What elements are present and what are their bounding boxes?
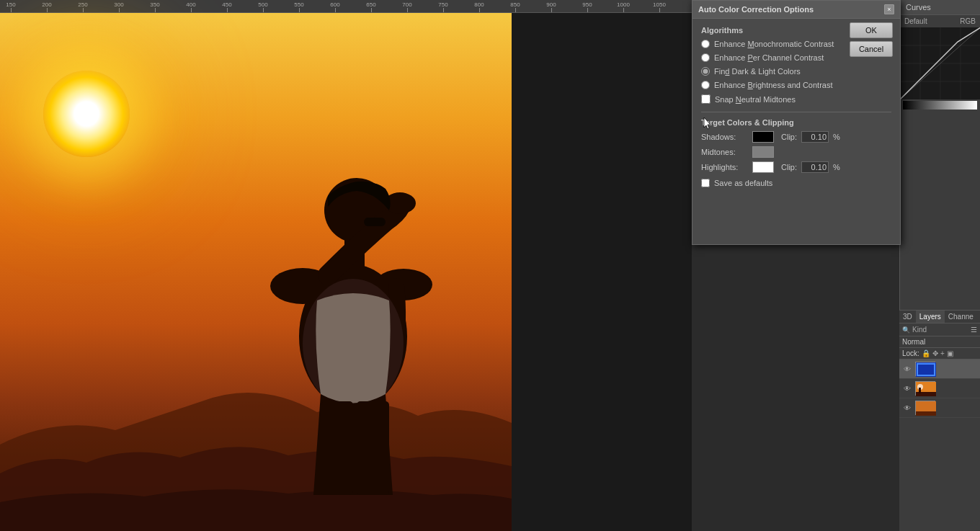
layer-thumbnail	[915, 381, 935, 396]
ruler-tick: 550	[299, 8, 300, 12]
ruler-tick: 650	[371, 8, 372, 12]
snap-label[interactable]: Snap Neutral Midtones	[715, 95, 796, 104]
eye-icon[interactable]: 👁	[902, 403, 912, 413]
lock-icon[interactable]: 🔒	[922, 349, 930, 357]
save-defaults-row: Save as defaults	[701, 179, 891, 187]
radio-brightness-label[interactable]: Enhance Brightness and Contrast	[714, 81, 833, 89]
move-icon[interactable]: ✥	[932, 349, 938, 357]
ruler-top: 1502002503003504004505005506006507007508…	[0, 0, 692, 13]
svg-rect-25	[916, 411, 936, 416]
radio-monochromatic-label[interactable]: Enhance Monochromatic Contrast	[714, 40, 834, 48]
highlights-row: Highlights: Clip: %	[701, 161, 891, 173]
layers-kind-label: Kind	[912, 326, 927, 334]
ruler-tick: 150	[11, 8, 12, 12]
layers-search-bar: 🔍 Kind ☰	[899, 323, 980, 336]
layer-item[interactable]: 👁	[899, 360, 980, 379]
layers-panel: 3D Layers Channe 🔍 Kind ☰ Normal Lock: 🔒…	[899, 310, 980, 531]
eye-icon[interactable]: 👁	[902, 383, 912, 393]
shadows-clip-input[interactable]	[801, 131, 829, 143]
add-icon[interactable]: +	[940, 349, 945, 357]
ruler-tick: 700	[407, 8, 408, 12]
ruler-tick: 400	[191, 8, 192, 12]
dialog-title: Auto Color Correction Options	[698, 5, 814, 14]
svg-rect-23	[919, 388, 921, 393]
ruler-tick: 850	[515, 8, 516, 12]
fill-icon[interactable]: ▣	[947, 349, 953, 357]
layer-thumbnail	[915, 401, 935, 415]
layer-item[interactable]: 👁	[899, 379, 980, 398]
shadows-label: Shadows:	[701, 133, 748, 141]
dialog-titlebar[interactable]: Auto Color Correction Options ×	[692, 1, 900, 19]
ruler-tick: 800	[479, 8, 480, 12]
target-colors-section: Target Colors & Clipping Shadows: Clip: …	[701, 112, 891, 173]
highlights-swatch[interactable]	[752, 161, 774, 173]
ruler-tick: 1050	[659, 8, 660, 12]
tab-layers[interactable]: Layers	[916, 311, 945, 323]
cancel-button[interactable]: Cancel	[850, 41, 893, 57]
radio-monochromatic[interactable]	[701, 40, 710, 48]
ruler-tick: 600	[335, 8, 336, 12]
svg-rect-9	[364, 218, 386, 226]
midtones-row: Midtones:	[701, 146, 891, 158]
search-icon: 🔍	[902, 326, 910, 334]
canvas-area: 1502002503003504004505005506006507007508…	[0, 0, 692, 531]
shadows-clip-label: Clip:	[781, 133, 797, 141]
layers-filter-icon[interactable]: ☰	[971, 326, 977, 334]
radio-row-findark: Find Dark & Light Colors	[701, 66, 891, 76]
target-colors-label: Target Colors & Clipping	[701, 118, 891, 127]
shadows-swatch[interactable]	[752, 131, 774, 143]
lock-row: Lock: 🔒 ✥ + ▣	[899, 348, 980, 360]
radio-perchannel-label[interactable]: Enhance Per Channel Contrast	[714, 53, 824, 62]
radio-findark[interactable]	[701, 67, 710, 76]
highlights-clip-input[interactable]	[801, 161, 829, 173]
save-defaults-checkbox[interactable]	[701, 179, 710, 187]
radio-brightness[interactable]	[701, 81, 710, 89]
radio-row-brightness: Enhance Brightness and Contrast	[701, 80, 891, 90]
ruler-tick: 200	[47, 8, 48, 12]
snap-checkbox[interactable]	[701, 94, 710, 104]
shadows-percent: %	[833, 133, 840, 141]
radio-perchannel[interactable]	[701, 53, 710, 62]
highlights-percent: %	[833, 163, 840, 171]
radio-findark-label[interactable]: Find Dark & Light Colors	[714, 67, 801, 76]
layer-item[interactable]: 👁	[899, 398, 980, 418]
ruler-tick: 1000	[623, 8, 624, 12]
save-defaults-label[interactable]: Save as defaults	[714, 179, 772, 187]
ruler-tick: 500	[263, 8, 264, 12]
curves-graph[interactable]	[900, 27, 980, 99]
layers-tabs: 3D Layers Channe	[899, 311, 980, 323]
tab-3d[interactable]: 3D	[899, 311, 916, 323]
ruler-tick: 950	[587, 8, 588, 12]
highlights-clip-label: Clip:	[781, 163, 797, 171]
blend-mode-row: Normal	[899, 336, 980, 348]
ruler-tick: 300	[119, 8, 120, 12]
svg-rect-7	[321, 401, 353, 495]
photo-background	[0, 13, 512, 531]
curves-panel-title: Curves	[900, 0, 980, 15]
tab-channels[interactable]: Channe	[945, 311, 977, 323]
layer-thumbnail	[915, 362, 935, 376]
person-silhouette	[216, 84, 490, 502]
auto-color-correction-dialog: Auto Color Correction Options × OK Cance…	[692, 0, 901, 245]
eye-icon[interactable]: 👁	[902, 364, 912, 374]
ruler-tick: 450	[227, 8, 228, 12]
curves-panel-labels: Default RGB	[900, 15, 980, 27]
gradient-bar	[903, 101, 977, 110]
highlights-label: Highlights:	[701, 163, 748, 171]
sun-glow	[43, 71, 130, 157]
ruler-tick: 350	[155, 8, 156, 12]
snap-row: Snap Neutral Midtones	[701, 94, 891, 104]
midtones-label: Midtones:	[701, 148, 748, 156]
close-button[interactable]: ×	[884, 4, 894, 14]
ruler-tick: 250	[83, 8, 84, 12]
ruler-tick: 750	[443, 8, 444, 12]
ok-button[interactable]: OK	[850, 22, 893, 38]
midtones-swatch[interactable]	[752, 146, 774, 158]
layers-list: 👁 👁 👁	[899, 360, 980, 418]
dialog-buttons: OK Cancel	[850, 22, 893, 57]
ruler-tick: 900	[551, 8, 552, 12]
svg-rect-8	[357, 401, 389, 495]
shadows-row: Shadows: Clip: %	[701, 131, 891, 143]
